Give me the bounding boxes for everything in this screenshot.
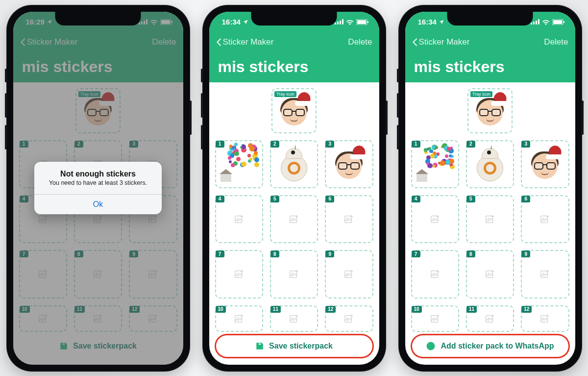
nav-bar: Sticker Maker Delete (405, 32, 575, 52)
sticker-slot[interactable]: 1 (215, 140, 263, 188)
content-area: Tray icon 1 2 3 4 5 (405, 82, 575, 336)
back-button[interactable]: Sticker Maker (216, 37, 274, 47)
bottom-label: Add sticker pack to WhatsApp (441, 342, 554, 351)
back-button[interactable]: Sticker Maker (412, 37, 470, 47)
sticker-slot[interactable]: 4 (215, 195, 263, 243)
sticker-slot[interactable]: 7 (215, 250, 263, 298)
sticker-slot[interactable]: 9 (325, 250, 373, 298)
sticker-slot[interactable]: 6 (521, 195, 569, 243)
add-image-icon (234, 269, 245, 279)
add-image-icon (430, 269, 441, 279)
sticker-slot[interactable]: 10 (411, 305, 459, 332)
svg-point-49 (347, 273, 348, 275)
delete-button[interactable]: Delete (544, 37, 568, 47)
plus-circle-icon (426, 341, 436, 351)
status-time: 16:34 (418, 18, 437, 26)
svg-point-78 (488, 317, 490, 319)
sticker-slot[interactable]: 2 (466, 140, 514, 188)
content-area: Tray icon 1 2 3 4 5 (209, 82, 379, 336)
add-image-icon (485, 313, 495, 324)
sticker-slot[interactable]: 2 (270, 140, 318, 188)
memoji-santa-sticker (276, 93, 312, 128)
sticker-slot[interactable]: 9 (521, 250, 569, 298)
sticker-slot[interactable]: 12 (325, 305, 373, 332)
save-stickerpack-button[interactable]: Save stickerpack (216, 335, 372, 357)
back-label: Sticker Maker (223, 37, 274, 47)
add-image-icon (430, 214, 441, 225)
save-icon (255, 342, 264, 351)
screen: 16:34 Sticker Maker Delete mis stickers … (209, 12, 379, 365)
svg-point-66 (488, 218, 490, 220)
bb8-sticker (275, 145, 313, 183)
add-image-icon (343, 214, 354, 225)
slot-number: 4 (216, 196, 224, 202)
svg-point-74 (543, 273, 544, 275)
svg-rect-31 (335, 23, 336, 25)
sticker-slot[interactable]: 11 (270, 305, 318, 332)
sticker-slot[interactable]: 6 (325, 195, 373, 243)
slot-number: 5 (270, 196, 279, 202)
add-image-icon (343, 313, 354, 324)
sticker-slot[interactable]: 8 (466, 250, 514, 298)
svg-rect-59 (538, 19, 539, 25)
sticker-slot[interactable]: 3 (521, 140, 569, 188)
delete-button[interactable]: Delete (348, 37, 372, 47)
sticker-slot[interactable]: 4 (411, 195, 459, 243)
slot-number: 4 (412, 196, 420, 202)
notch (447, 12, 533, 25)
add-image-icon (234, 313, 245, 324)
add-image-icon (539, 214, 550, 225)
svg-point-47 (292, 273, 294, 275)
svg-rect-58 (536, 21, 537, 25)
svg-point-68 (543, 218, 544, 220)
sticker-slot[interactable]: 8 (270, 250, 318, 298)
notch (251, 12, 337, 25)
slot-number: 11 (466, 306, 477, 313)
battery-icon (552, 19, 564, 25)
sticker-slot[interactable]: 12 (521, 305, 569, 332)
add-to-whatsapp-button[interactable]: Add sticker pack to WhatsApp (412, 335, 568, 357)
svg-rect-57 (533, 22, 535, 25)
add-image-icon (289, 313, 299, 324)
wifi-icon (542, 19, 550, 25)
add-image-icon (539, 269, 550, 279)
svg-rect-56 (531, 23, 532, 25)
slot-number: 10 (216, 306, 226, 313)
sticker-slot[interactable]: 10 (215, 305, 263, 332)
slot-number: 9 (521, 251, 530, 257)
tray-icon-slot[interactable]: Tray icon (271, 88, 317, 133)
tray-icon-slot[interactable]: Tray icon (467, 88, 513, 133)
location-icon (439, 19, 444, 25)
wifi-icon (346, 19, 354, 25)
alert-ok-button[interactable]: Ok (34, 194, 162, 214)
add-image-icon (234, 214, 245, 225)
sticker-grid: 1 2 3 4 5 6 7 8 9 10 (215, 140, 373, 332)
page-title: mis stickers (405, 52, 575, 82)
screen: 16:34 Sticker Maker Delete mis stickers … (405, 12, 575, 365)
alert-title: Not enough stickers (34, 162, 162, 179)
sticker-slot[interactable]: 3 (325, 140, 373, 188)
bb8-sticker (471, 145, 509, 183)
svg-point-41 (292, 218, 294, 220)
svg-point-70 (433, 273, 434, 275)
page-title: mis stickers (209, 52, 379, 82)
slot-number: 10 (412, 306, 422, 313)
location-icon (243, 19, 248, 25)
notch (55, 12, 141, 25)
sticker-slot[interactable]: 5 (270, 195, 318, 243)
sticker-slot[interactable]: 11 (466, 305, 514, 332)
svg-rect-36 (357, 20, 366, 24)
svg-point-39 (237, 218, 238, 220)
svg-point-53 (292, 317, 294, 319)
sticker-slot[interactable]: 1 (411, 140, 459, 188)
sticker-slot[interactable]: 5 (466, 195, 514, 243)
up-balloons-sticker (219, 144, 260, 185)
add-image-icon (485, 214, 495, 225)
svg-point-43 (347, 218, 348, 220)
bottom-label: Save stickerpack (269, 342, 333, 351)
svg-rect-61 (553, 20, 562, 24)
sticker-slot[interactable]: 7 (411, 250, 459, 298)
svg-rect-34 (342, 19, 343, 25)
slot-number: 7 (216, 251, 224, 257)
slot-number: 7 (412, 251, 420, 257)
